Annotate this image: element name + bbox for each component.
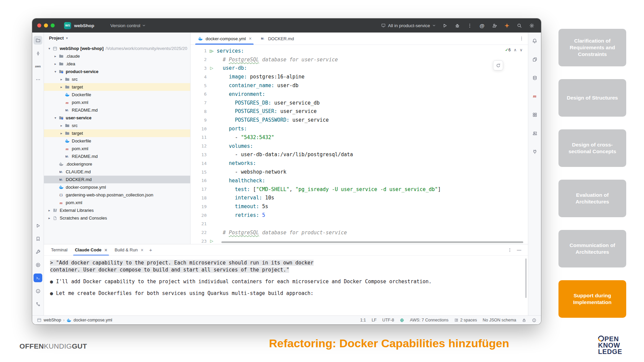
- tree-item-docker-md[interactable]: M↓DOCKER.md: [44, 176, 190, 183]
- tree-item-claude[interactable]: ▸.claude: [44, 52, 190, 60]
- run-config-selector[interactable]: All in product-service: [381, 23, 436, 28]
- ai-assistant-button[interactable]: [503, 22, 510, 29]
- code-line-8[interactable]: 8 POSTGRES_USER: user_service: [191, 107, 528, 116]
- tree-item-pom-xml[interactable]: mpom.xml: [44, 199, 190, 206]
- code-line-14[interactable]: 14 networks:: [191, 159, 528, 168]
- tree-item-readme-md[interactable]: M↓README.md: [44, 106, 190, 114]
- breadcrumb-project[interactable]: webShop: [44, 318, 61, 322]
- tree-item-external-libraries[interactable]: ▸External Libraries: [44, 206, 190, 214]
- bookmarks-tool-icon[interactable]: [34, 234, 42, 243]
- tree-item-user-service[interactable]: ▾user-service: [44, 114, 190, 122]
- debug-button[interactable]: [454, 22, 461, 29]
- terminal-output[interactable]: > "Add docker capability to the project.…: [44, 256, 528, 315]
- tree-item-gardening-web-shop-postman-collection-json[interactable]: {}gardening-web-shop.postman_collection.…: [44, 191, 190, 199]
- tree-item-pom-xml[interactable]: mpom.xml: [44, 99, 190, 106]
- line-separator[interactable]: LF: [372, 318, 377, 322]
- code-line-21[interactable]: 21: [191, 220, 528, 228]
- tree-item-pom-xml[interactable]: mpom.xml: [44, 145, 190, 153]
- refresh-float-button[interactable]: [493, 60, 503, 70]
- project-tool-icon[interactable]: [34, 36, 42, 45]
- lock-icon[interactable]: [522, 318, 526, 322]
- project-panel-header[interactable]: Project ▾: [44, 33, 190, 43]
- code-line-6[interactable]: 6 environment:: [191, 90, 528, 99]
- aws-toolkit-icon[interactable]: aws: [34, 62, 42, 71]
- code-line-2[interactable]: 2 # PostgreSQL database for user-service: [191, 55, 528, 64]
- status-globe-icon[interactable]: [400, 318, 404, 322]
- code-line-15[interactable]: 15 - webshop-network: [191, 168, 528, 176]
- terminal-tab-claude-code[interactable]: Claude Code×: [71, 244, 111, 255]
- tree-item-dockerignore[interactable]: .dockerignore: [44, 160, 190, 168]
- chevron-down-icon[interactable]: ▾: [47, 47, 52, 50]
- code-line-16[interactable]: 16 healthcheck:: [191, 176, 528, 185]
- next-problem-icon[interactable]: ∨: [520, 48, 523, 52]
- code-line-13[interactable]: 13 - user-db-data:/var/lib/postgresql/da…: [191, 150, 528, 159]
- indent-info[interactable]: 2 spaces: [454, 318, 477, 322]
- layers-icon[interactable]: [530, 55, 539, 64]
- tab-docker-md[interactable]: M↓DOCKER.md: [256, 33, 298, 45]
- code-line-4[interactable]: 4 image: postgres:16-alpine: [191, 72, 528, 81]
- tree-item-target[interactable]: ▸target: [44, 129, 190, 137]
- caret-position[interactable]: 1:1: [360, 318, 366, 322]
- chevron-right-icon[interactable]: ▸: [59, 85, 64, 89]
- aws-connections[interactable]: AWS: 7 Connections: [410, 318, 448, 322]
- problems-tool-icon[interactable]: [34, 287, 42, 295]
- zoom-window-button[interactable]: [51, 23, 55, 27]
- tree-item-src[interactable]: ▸src: [44, 75, 190, 83]
- close-window-button[interactable]: [37, 23, 41, 27]
- close-icon[interactable]: ×: [249, 36, 252, 41]
- close-icon[interactable]: ×: [141, 247, 143, 253]
- chevron-right-icon[interactable]: ▸: [59, 77, 64, 81]
- json-schema[interactable]: No JSON schema: [483, 318, 516, 322]
- tree-item-readme-md[interactable]: M↓README.md: [44, 153, 190, 160]
- services-tool-icon[interactable]: [34, 260, 42, 269]
- code-line-5[interactable]: 5 container_name: user-db: [191, 81, 528, 90]
- chevron-right-icon[interactable]: ▸: [47, 216, 52, 220]
- chevron-right-icon[interactable]: ▸: [53, 62, 58, 66]
- run-all-icon[interactable]: ▷▷: [210, 49, 212, 53]
- maven-icon[interactable]: m: [530, 92, 539, 101]
- code-line-3[interactable]: 3▷ user-db:: [191, 64, 528, 73]
- code-line-18[interactable]: 18 interval: 10s: [191, 194, 528, 202]
- chevron-right-icon[interactable]: ▸: [59, 131, 64, 135]
- terminal-tab-build-run[interactable]: Build & Run×: [111, 244, 147, 255]
- run-tool-icon[interactable]: [34, 221, 42, 230]
- hide-panel-icon[interactable]: —: [517, 247, 521, 252]
- inspection-widget[interactable]: ✓6 ∧ ∨: [505, 48, 523, 52]
- code-line-1[interactable]: 1▷▷services:: [191, 47, 528, 55]
- run-button[interactable]: [441, 22, 448, 29]
- file-encoding[interactable]: UTF-8: [382, 318, 394, 322]
- chevron-right-icon[interactable]: ▸: [53, 54, 58, 58]
- more-actions-button[interactable]: [466, 22, 473, 29]
- code-line-19[interactable]: 19 timeout: 5s: [191, 202, 528, 211]
- database-icon[interactable]: [530, 73, 539, 82]
- new-tab-icon[interactable]: +: [149, 247, 152, 253]
- terminal-tab-terminal[interactable]: Terminal: [47, 244, 71, 255]
- terminal-tool-icon[interactable]: [34, 274, 42, 282]
- run-icon[interactable]: ▷: [210, 239, 213, 243]
- tree-item-idea[interactable]: ▸.idea: [44, 60, 190, 68]
- editor[interactable]: 1▷▷services:2 # PostgreSQL database for …: [191, 45, 528, 244]
- tab-docker-compose-yml[interactable]: docker-compose.yml×: [193, 33, 256, 45]
- terminal-scrollbar[interactable]: [525, 258, 527, 298]
- editor-horizontal-scrollbar[interactable]: [221, 241, 523, 243]
- tree-item-src[interactable]: ▸src: [44, 122, 190, 129]
- version-control-tool-icon[interactable]: [34, 300, 42, 308]
- build-tool-icon[interactable]: [34, 247, 42, 256]
- settings-button[interactable]: [528, 22, 535, 29]
- panel-options-icon[interactable]: [507, 248, 512, 252]
- tree-item-claude-md[interactable]: M↓CLAUDE.md: [44, 168, 190, 176]
- code-with-me-button[interactable]: [491, 22, 498, 29]
- code-line-9[interactable]: 9 POSTGRES_PASSWORD: user_service: [191, 116, 528, 124]
- code-line-20[interactable]: 20 retries: 5: [191, 211, 528, 220]
- version-control-menu[interactable]: Version control: [110, 23, 146, 28]
- info-icon[interactable]: [532, 318, 536, 322]
- more-tools-icon[interactable]: [34, 75, 42, 84]
- people-icon[interactable]: [530, 129, 539, 137]
- chevron-right-icon[interactable]: ▸: [47, 208, 52, 212]
- tree-item-docker-compose-yml[interactable]: docker-compose.yml: [44, 183, 190, 191]
- grid-icon[interactable]: [530, 110, 539, 119]
- code-line-10[interactable]: 10 ports:: [191, 124, 528, 133]
- chevron-right-icon[interactable]: ▸: [59, 124, 64, 127]
- code-line-22[interactable]: 22 # PostgreSQL database for product-ser…: [191, 228, 528, 237]
- code-line-7[interactable]: 7 POSTGRES_DB: user_service_db: [191, 99, 528, 107]
